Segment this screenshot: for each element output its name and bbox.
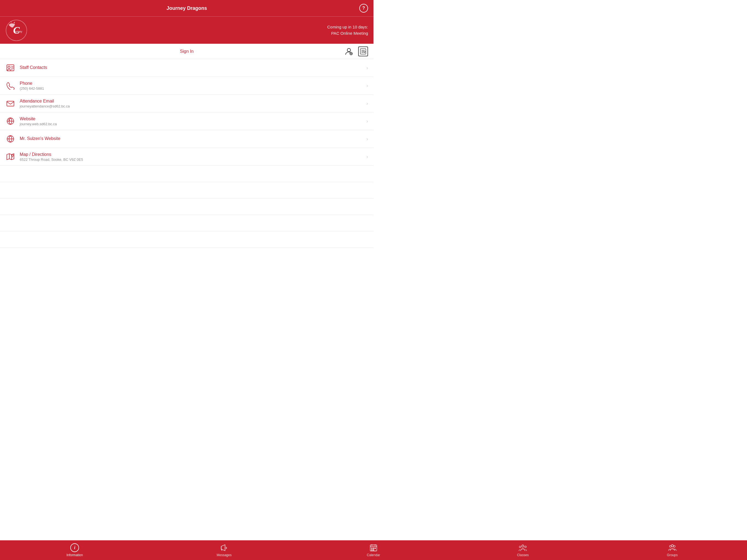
- chevron-icon: ›: [366, 83, 368, 88]
- map-title: Map / Directions: [20, 152, 366, 157]
- header-action-icons: [344, 47, 368, 56]
- email-title: Attendance Email: [20, 99, 366, 104]
- svg-rect-19: [7, 101, 14, 106]
- checklist-button[interactable]: [358, 47, 368, 56]
- chevron-icon: ›: [366, 65, 368, 71]
- main-content: Staff Contacts › Phone (250) 642-5881 › …: [0, 59, 374, 260]
- empty-row-3: [0, 199, 374, 215]
- empty-row-4: [0, 215, 374, 231]
- phone-text: Phone (250) 642-5881: [20, 81, 366, 91]
- phone-icon: [5, 81, 15, 91]
- website-icon: [5, 116, 15, 126]
- list-item-staff-contacts[interactable]: Staff Contacts ›: [0, 59, 374, 77]
- list-item-phone[interactable]: Phone (250) 642-5881 ›: [0, 77, 374, 95]
- email-icon: [5, 98, 15, 108]
- hero-banner: C ourney Coming up in 10 days: PAC Onlin…: [0, 17, 374, 44]
- chevron-icon: ›: [366, 154, 368, 160]
- svg-text:ourney: ourney: [14, 30, 22, 33]
- chevron-icon: ›: [366, 119, 368, 124]
- empty-row-6: [0, 248, 374, 260]
- sign-in-link[interactable]: Sign In: [180, 49, 194, 54]
- school-logo: C ourney: [5, 19, 27, 41]
- mr-sulzen-text: Mr. Sulzen's Website: [20, 136, 366, 142]
- chevron-icon: ›: [366, 136, 368, 142]
- map-icon: [5, 152, 15, 161]
- empty-row-1: [0, 166, 374, 182]
- phone-number: (250) 642-5881: [20, 86, 366, 91]
- svg-point-3: [347, 48, 351, 52]
- staff-contacts-title: Staff Contacts: [20, 65, 366, 70]
- user-settings-button[interactable]: [344, 47, 354, 56]
- coming-up-text: Coming up in 10 days: PAC Online Meeting: [327, 24, 368, 36]
- staff-contacts-text: Staff Contacts: [20, 65, 366, 71]
- map-text: Map / Directions 6522 Throup Road, Sooke…: [20, 152, 366, 161]
- list-item-map[interactable]: Map / Directions 6522 Throup Road, Sooke…: [0, 148, 374, 166]
- help-button[interactable]: ?: [359, 4, 368, 12]
- empty-row-5: [0, 231, 374, 248]
- staff-icon: [5, 63, 15, 73]
- top-header: Journey Dragons ?: [0, 0, 374, 17]
- signin-bar: Sign In: [0, 44, 374, 59]
- list-item-mr-sulzen[interactable]: Mr. Sulzen's Website ›: [0, 130, 374, 148]
- mr-sulzen-title: Mr. Sulzen's Website: [20, 136, 366, 141]
- list-item-website[interactable]: Website journey.web.sd62.bc.ca ›: [0, 112, 374, 130]
- empty-row-2: [0, 182, 374, 199]
- email-address: journeyattendance@sd62.bc.ca: [20, 104, 366, 108]
- phone-title: Phone: [20, 81, 366, 86]
- chevron-icon: ›: [366, 101, 368, 106]
- map-address: 6522 Throup Road, Sooke, BC V9Z 0E5: [20, 157, 366, 161]
- email-text: Attendance Email journeyattendance@sd62.…: [20, 99, 366, 108]
- website-url: journey.web.sd62.bc.ca: [20, 122, 366, 126]
- website-text: Website journey.web.sd62.bc.ca: [20, 117, 366, 126]
- website-title: Website: [20, 117, 366, 121]
- svg-point-24: [12, 154, 14, 156]
- list-item-email[interactable]: Attendance Email journeyattendance@sd62.…: [0, 95, 374, 112]
- app-title: Journey Dragons: [166, 5, 207, 11]
- external-link-icon: [5, 134, 15, 144]
- svg-point-15: [8, 66, 10, 68]
